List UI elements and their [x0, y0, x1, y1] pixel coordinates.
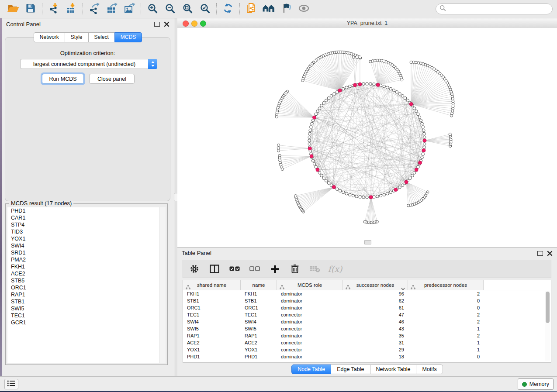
refresh-layout-button[interactable]	[219, 2, 237, 17]
export-table-button[interactable]	[103, 2, 121, 17]
close-panel-button[interactable]: Close panel	[89, 74, 135, 84]
table-cell: dominator	[277, 353, 343, 360]
save-session-button[interactable]	[22, 2, 39, 17]
zoom-fit-icon	[182, 3, 193, 15]
column-header-name[interactable]: name	[241, 280, 277, 290]
delete-icon[interactable]	[290, 263, 300, 275]
import-network-button[interactable]	[45, 2, 62, 17]
zoom-fit-button[interactable]	[179, 2, 196, 17]
hide-flag-button[interactable]	[277, 2, 295, 17]
mcds-result-item[interactable]: RAP1	[7, 291, 166, 298]
export-table-icon	[106, 3, 118, 16]
mcds-result-item[interactable]: PHD1	[7, 207, 166, 214]
tab-style[interactable]: Style	[65, 32, 89, 42]
toolbar-separator	[141, 3, 141, 15]
table-row[interactable]: RAP1RAP1dominator352	[183, 332, 551, 339]
table-row[interactable]: ORC1ORC1dominator610	[183, 304, 551, 311]
mcds-result-item[interactable]: STP4	[7, 221, 166, 228]
deselect-all-icon[interactable]	[249, 263, 260, 275]
show-eye-button[interactable]	[295, 2, 312, 17]
table-cell: 2	[408, 311, 484, 318]
table-scrollbar[interactable]	[545, 291, 550, 361]
zoom-in-button[interactable]	[144, 2, 161, 17]
tab-mcds[interactable]: MCDS	[114, 32, 142, 42]
toolbar-separator	[216, 3, 217, 15]
table-cell: 2	[408, 332, 484, 339]
table-cell: 0	[408, 297, 484, 304]
table-row[interactable]: SWI5SWI5connector431	[183, 325, 551, 332]
mcds-result-item[interactable]: SRD1	[7, 249, 166, 256]
columns-icon[interactable]	[209, 263, 220, 275]
search-field[interactable]	[436, 3, 553, 14]
clone-network-button[interactable]	[242, 2, 260, 17]
mcds-result-item[interactable]: FKH1	[7, 263, 166, 270]
table-row[interactable]: PHD1PHD1dominator180	[183, 353, 551, 360]
select-all-icon[interactable]	[229, 263, 240, 275]
mcds-result-item[interactable]: STB1	[7, 298, 166, 305]
table-cell: dominator	[277, 332, 343, 339]
column-label: MCDS role	[298, 282, 322, 288]
tab-edge-table[interactable]: Edge Table	[331, 364, 370, 374]
optimization-criterion-select[interactable]: largest connected component (undirected)	[20, 59, 157, 69]
mcds-result-item[interactable]: ACE2	[7, 270, 166, 277]
mcds-result-item[interactable]: CAR1	[7, 214, 166, 221]
close-panel-icon[interactable]	[547, 250, 553, 256]
zoom-selected-button[interactable]	[196, 2, 214, 17]
toolbar-separator	[83, 3, 83, 15]
search-input[interactable]	[446, 6, 549, 13]
add-icon[interactable]	[270, 263, 280, 275]
table-cell: 18	[343, 353, 408, 360]
import-table-button[interactable]	[62, 2, 80, 17]
mcds-result-item[interactable]: ORC1	[7, 284, 166, 291]
column-header-shared-name[interactable]: shared name	[183, 280, 241, 290]
main-toolbar	[0, 0, 557, 18]
mcds-result-item[interactable]: TEC1	[7, 312, 166, 319]
mcds-list-scrollbar[interactable]	[159, 207, 166, 363]
mcds-result-list[interactable]: PHD1CAR1STP4TID3YOX1SWI4SRD1PMA2FKH1ACE2…	[7, 207, 166, 363]
float-panel-icon[interactable]	[537, 251, 543, 256]
table-row[interactable]: ACE2ACE2connector311	[183, 339, 551, 346]
column-header-mcds-role[interactable]: MCDS role	[277, 280, 343, 290]
export-image-button[interactable]	[121, 2, 138, 17]
table-row[interactable]: FKH1FKH1dominator962	[183, 290, 551, 297]
network-graph[interactable]	[177, 28, 557, 247]
mcds-result-item[interactable]: GCR1	[7, 319, 166, 326]
table-row[interactable]: YOX1YOX1connector291	[183, 346, 551, 353]
tab-network-table[interactable]: Network Table	[370, 364, 417, 374]
memory-button[interactable]: Memory	[518, 378, 554, 390]
network-overview-button[interactable]	[260, 2, 277, 17]
export-network-button[interactable]	[86, 2, 103, 17]
column-header-predecessor-nodes[interactable]: predecessor nodes	[408, 280, 484, 290]
table-scrollbar-thumb[interactable]	[546, 292, 550, 323]
horizontal-splitter-grip[interactable]	[364, 240, 371, 244]
shared-column-icon	[186, 283, 190, 292]
table-cell: 2	[408, 318, 484, 325]
table-row[interactable]: TEC1TEC1connector472	[183, 311, 551, 318]
zoom-out-button[interactable]	[161, 2, 179, 17]
control-panel: Control Panel Network Style Select MCDS …	[2, 18, 174, 376]
run-mcds-button[interactable]: Run MCDS	[42, 74, 84, 84]
tab-select[interactable]: Select	[88, 32, 115, 42]
gear-icon[interactable]	[189, 263, 200, 275]
table-row[interactable]: SWI4SWI4dominator462	[183, 318, 551, 325]
column-header-successor-nodes[interactable]: successor nodes	[343, 280, 408, 290]
mcds-result-item[interactable]: TID3	[7, 228, 166, 235]
task-history-button[interactable]	[4, 379, 18, 389]
table-cell: 29	[343, 346, 408, 353]
zoom-out-icon	[165, 3, 175, 15]
mcds-result-item[interactable]: YOX1	[7, 235, 166, 242]
mcds-result-item[interactable]: PMA2	[7, 256, 166, 263]
tab-network[interactable]: Network	[34, 32, 65, 42]
mcds-result-item[interactable]: SWI5	[7, 305, 166, 312]
table-cell: 35	[343, 332, 408, 339]
mcds-result-item[interactable]: SWI4	[7, 242, 166, 249]
network-canvas[interactable]	[177, 28, 557, 247]
column-label: shared name	[197, 282, 226, 288]
tab-motifs[interactable]: Motifs	[416, 364, 443, 374]
tab-node-table[interactable]: Node Table	[291, 364, 331, 374]
float-panel-icon[interactable]	[154, 22, 160, 27]
open-file-button[interactable]	[4, 2, 22, 17]
table-row[interactable]: STB1STB1dominator620	[183, 297, 551, 304]
mcds-result-item[interactable]: STB5	[7, 277, 166, 284]
close-panel-icon[interactable]	[164, 21, 170, 27]
